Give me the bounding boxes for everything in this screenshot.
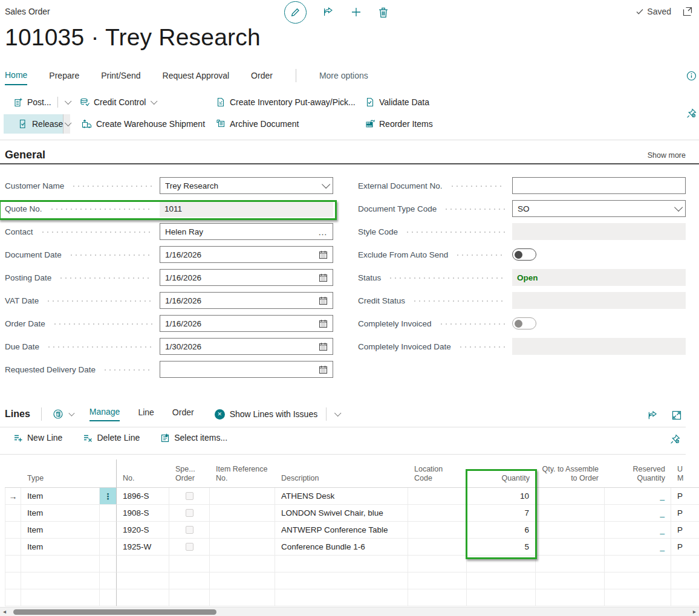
cell-quantity[interactable]: 7 [467,505,536,522]
calendar-icon[interactable] [319,273,328,282]
col-item-reference-no[interactable]: Item Reference No. [210,459,275,488]
cell-item-ref[interactable] [210,539,275,556]
expand-icon[interactable] [671,410,682,421]
info-icon[interactable] [686,71,697,81]
cell-reserved[interactable]: _ [605,539,671,556]
cell-qty-assemble[interactable] [536,539,605,556]
scroll-left-arrow[interactable]: ◂ [3,608,6,615]
chevron-down-icon[interactable] [65,98,71,105]
add-icon[interactable] [350,6,362,18]
col-description[interactable]: Description [275,459,408,488]
tab-request-approval[interactable]: Request Approval [163,71,230,85]
cell-reserved[interactable]: _ [605,488,671,505]
create-inventory-putaway-button[interactable]: Create Inventory Put-away/Pick... [216,93,356,111]
cell-uom[interactable]: P [671,522,699,539]
row-options-icon[interactable]: ⋮ [100,488,117,505]
create-warehouse-shipment-button[interactable]: Create Warehouse Shipment [82,115,205,133]
calendar-icon[interactable] [319,342,328,351]
tab-home[interactable]: Home [5,70,27,85]
customer-name-input[interactable]: Trey Research [160,177,333,194]
cell-no[interactable]: 1925-W [117,539,169,556]
col-special-order[interactable]: Spe... Order [169,459,210,488]
cell-type[interactable]: Item [21,522,100,539]
cell-qty-assemble[interactable] [536,488,605,505]
cell-reserved[interactable]: _ [605,522,671,539]
show-more-link[interactable]: Show more [648,151,686,160]
scrollbar-thumb[interactable] [13,609,216,615]
order-date-input[interactable]: 1/16/2026 [160,315,333,332]
view-switcher-button[interactable] [53,408,74,420]
cell-location[interactable] [408,522,467,539]
cell-type[interactable]: Item [21,539,100,556]
col-no[interactable]: No. [117,459,169,488]
vat-date-input[interactable]: 1/16/2026 [160,292,333,309]
chevron-down-icon[interactable] [322,180,330,189]
cell-description[interactable]: Conference Bundle 1-6 [275,539,408,556]
cell-quantity[interactable]: 6 [467,522,536,539]
delete-icon[interactable] [378,7,389,18]
cell-reserved[interactable]: _ [605,505,671,522]
special-order-checkbox[interactable] [186,526,193,534]
cell-type[interactable]: Item [21,488,100,505]
release-dropdown[interactable] [63,114,70,134]
calendar-icon[interactable] [319,296,328,305]
cell-uom[interactable]: P [671,505,699,522]
posting-date-input[interactable]: 1/16/2026 [160,269,333,286]
cell-quantity[interactable]: 10 [467,488,536,505]
cell-item-ref[interactable] [210,488,275,505]
share-icon[interactable] [322,6,334,18]
col-unit-of-measure[interactable]: U M [671,459,699,488]
exclude-auto-send-toggle[interactable] [512,248,536,261]
chevron-down-icon[interactable] [334,410,341,417]
popout-icon[interactable] [682,6,693,17]
release-split-button[interactable]: Release [4,114,70,134]
lines-tab-line[interactable]: Line [138,407,154,421]
horizontal-scrollbar[interactable]: ◂ ▸ [0,607,699,616]
show-lines-with-issues-button[interactable]: ✕ Show Lines with Issues [215,409,318,420]
lines-tab-manage[interactable]: Manage [89,407,120,421]
cell-no[interactable]: 1908-S [117,505,169,522]
cell-quantity[interactable]: 5 [467,539,536,556]
reorder-items-button[interactable]: Reorder Items [365,115,433,133]
cell-qty-assemble[interactable] [536,522,605,539]
credit-control-button[interactable]: Credit Control [80,93,156,111]
external-document-no-input[interactable] [512,177,686,194]
col-reserved-quantity[interactable]: Reserved Quantity [605,459,671,488]
release-button[interactable]: Release [4,114,63,134]
col-qty-to-assemble[interactable]: Qty. to Assemble to Order [536,459,605,488]
scroll-right-arrow[interactable]: ▸ [693,608,696,615]
chevron-down-icon[interactable] [674,203,683,212]
cell-item-ref[interactable] [210,522,275,539]
cell-item-ref[interactable] [210,505,275,522]
pin-icon[interactable] [670,434,680,444]
col-type[interactable]: Type [21,459,100,488]
document-date-input[interactable]: 1/16/2026 [160,246,333,263]
contact-input[interactable]: Helen Ray… [160,223,333,240]
col-location-code[interactable]: Location Code [408,459,467,488]
calendar-icon[interactable] [319,250,328,259]
col-quantity[interactable]: Quantity [467,459,536,488]
new-line-button[interactable]: New Line [13,433,62,443]
special-order-checkbox[interactable] [186,543,193,551]
assist-edit-icon[interactable]: … [318,227,328,237]
pin-icon[interactable] [686,108,697,118]
tab-prepare[interactable]: Prepare [49,71,79,85]
special-order-checkbox[interactable] [186,509,193,517]
cell-description[interactable]: ATHENS Desk [275,488,408,505]
cell-qty-assemble[interactable] [536,505,605,522]
document-type-code-input[interactable]: SO [512,200,686,217]
validate-data-button[interactable]: Validate Data [365,93,429,111]
calendar-icon[interactable] [319,365,328,374]
cell-location[interactable] [408,539,467,556]
chevron-down-icon[interactable] [151,98,157,105]
cell-type[interactable]: Item [21,505,100,522]
tab-order[interactable]: Order [251,71,273,85]
cell-uom[interactable]: P [671,539,699,556]
edit-button[interactable] [284,1,307,24]
share-lines-icon[interactable] [647,410,658,421]
cell-description[interactable]: LONDON Swivel Chair, blue [275,505,408,522]
delete-line-button[interactable]: Delete Line [83,433,140,443]
cell-no[interactable]: 1896-S [117,488,169,505]
special-order-checkbox[interactable] [186,492,193,500]
due-date-input[interactable]: 1/30/2026 [160,338,333,355]
